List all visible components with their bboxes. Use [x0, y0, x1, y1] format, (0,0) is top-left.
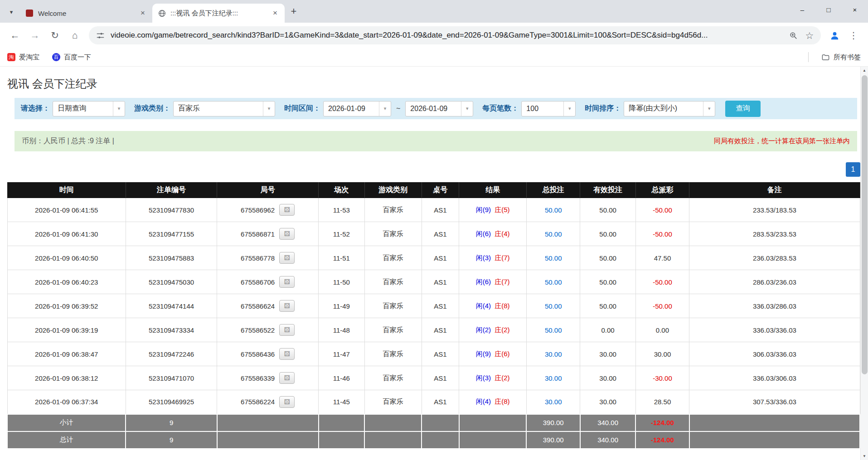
cell-total-bet[interactable]: 50.00 — [526, 222, 580, 246]
round-number: 675586522 — [241, 326, 275, 334]
scroll-down-button[interactable]: ▼ — [861, 452, 868, 460]
dice-icon: ⚄ — [284, 206, 290, 214]
result-banker: 庄(2) — [495, 374, 509, 382]
game-type-select[interactable]: 百家乐 ▾ — [173, 101, 275, 116]
table-row: 2026-01-09 06:37:34 523109469925 6755862… — [7, 390, 860, 414]
cell-bet-id: 523109469925 — [126, 390, 217, 414]
total-valid-bet: 340.00 — [580, 431, 635, 449]
cell-result: 闲(4) 庄(8) — [459, 390, 527, 414]
new-tab-button[interactable]: + — [286, 4, 301, 19]
subtotal-count: 9 — [126, 414, 217, 431]
bookmark-label: 爱淘宝 — [19, 53, 39, 62]
result-player: 闲(3) — [476, 254, 491, 261]
url-text[interactable]: videoie.com/game/betrecord_search/kind3?… — [111, 31, 783, 40]
cell-time: 2026-01-09 06:40:23 — [7, 270, 126, 294]
round-detail-button[interactable]: ⚄ — [279, 348, 295, 360]
cell-total-bet[interactable]: 50.00 — [526, 270, 580, 294]
subtotal-label: 小计 — [7, 414, 126, 431]
forward-button[interactable]: → — [25, 26, 44, 45]
cell-round: 675586522 ⚄ — [217, 318, 319, 342]
maximize-button[interactable]: □ — [815, 0, 842, 19]
browser-menu-button[interactable]: ⋮ — [844, 26, 863, 44]
cell-round: 675586339 ⚄ — [217, 366, 319, 390]
address-bar[interactable]: videoie.com/game/betrecord_search/kind3?… — [89, 26, 821, 44]
bookmark-itaobao[interactable]: 淘 爱淘宝 — [7, 53, 39, 62]
back-button[interactable]: ← — [5, 26, 24, 45]
cell-total-bet[interactable]: 30.00 — [526, 390, 580, 414]
empty-cell — [364, 431, 422, 449]
tab-bar: ▾ Welcome × :::视讯 会员下注纪录::: × + – □ × — [0, 0, 868, 23]
close-tab-icon[interactable]: × — [138, 8, 148, 18]
subtotal-row: 小计 9 390.00 340.00 -124.00 — [7, 414, 860, 431]
result-banker: 庄(4) — [495, 230, 509, 237]
cell-bet-id: 523109473334 — [126, 318, 217, 342]
tab-title: :::视讯 会员下注纪录::: — [170, 9, 266, 18]
bookmarks-divider — [808, 52, 809, 62]
cell-valid-bet: 30.00 — [580, 366, 635, 390]
result-banker: 庄(5) — [495, 206, 509, 213]
cell-payout: 28.50 — [635, 390, 689, 414]
cell-game-type: 百家乐 — [364, 294, 422, 318]
cell-result: 闲(9) 庄(5) — [459, 198, 527, 222]
close-tab-icon[interactable]: × — [270, 8, 280, 18]
cell-session: 11-49 — [319, 294, 365, 318]
subtotal-total-bet: 390.00 — [526, 414, 580, 431]
date-end-select[interactable]: 2026-01-09 ▾ — [405, 101, 473, 116]
table-row: 2026-01-09 06:41:55 523109477830 6755869… — [7, 198, 860, 222]
welcome-favicon-icon — [25, 9, 34, 17]
sort-select[interactable]: 降幂(由大到小) ▾ — [624, 101, 715, 116]
page-size-select[interactable]: 100 ▾ — [521, 101, 576, 116]
cell-note: 336.03/306.03 — [689, 366, 860, 390]
round-detail-button[interactable]: ⚄ — [279, 252, 295, 264]
cell-total-bet[interactable]: 30.00 — [526, 366, 580, 390]
refresh-button[interactable]: ↻ — [45, 26, 64, 45]
page-number-button[interactable]: 1 — [846, 162, 860, 177]
cell-time: 2026-01-09 06:37:34 — [7, 390, 126, 414]
empty-cell — [422, 431, 459, 449]
round-detail-button[interactable]: ⚄ — [279, 324, 295, 336]
query-type-select[interactable]: 日期查询 ▾ — [53, 101, 125, 116]
all-bookmarks-button[interactable]: 所有书签 — [821, 53, 861, 62]
close-window-button[interactable]: × — [842, 0, 868, 19]
select-type-label: 请选择： — [21, 104, 50, 113]
round-detail-button[interactable]: ⚄ — [279, 372, 295, 384]
round-detail-button[interactable]: ⚄ — [279, 204, 295, 216]
search-button[interactable]: 查询 — [725, 101, 761, 117]
empty-cell — [689, 414, 860, 431]
result-player: 闲(2) — [476, 326, 491, 334]
cell-total-bet[interactable]: 50.00 — [526, 198, 580, 222]
bookmark-baidu[interactable]: 百 百度一下 — [52, 53, 91, 62]
zoom-icon[interactable] — [787, 29, 799, 41]
home-button[interactable]: ⌂ — [65, 26, 84, 45]
cell-total-bet[interactable]: 50.00 — [526, 246, 580, 270]
scroll-up-button[interactable]: ▲ — [861, 67, 868, 74]
profile-avatar[interactable] — [825, 26, 844, 44]
cell-time: 2026-01-09 06:38:47 — [7, 342, 126, 366]
cell-bet-id: 523109471070 — [126, 366, 217, 390]
cell-total-bet[interactable]: 50.00 — [526, 294, 580, 318]
tab-welcome[interactable]: Welcome × — [20, 4, 152, 23]
col-header-round: 局号 — [217, 183, 319, 198]
round-detail-button[interactable]: ⚄ — [279, 396, 295, 408]
scrollbar-thumb[interactable] — [862, 75, 868, 374]
cell-bet-id: 523109475030 — [126, 270, 217, 294]
page-title: 视讯 会员下注纪录 — [7, 77, 868, 90]
result-banker: 庄(2) — [495, 326, 509, 334]
round-detail-button[interactable]: ⚄ — [279, 228, 295, 240]
browser-toolbar: ← → ↻ ⌂ videoie.com/game/betrecord_searc… — [0, 23, 868, 48]
col-header-result: 结果 — [459, 183, 527, 198]
cell-table-no: AS1 — [422, 222, 459, 246]
cell-game-type: 百家乐 — [364, 366, 422, 390]
round-detail-button[interactable]: ⚄ — [279, 276, 295, 288]
bookmark-star-icon[interactable]: ☆ — [804, 29, 815, 41]
tab-bet-records[interactable]: :::视讯 会员下注纪录::: × — [152, 4, 285, 23]
minimize-button[interactable]: – — [789, 0, 815, 19]
cell-total-bet[interactable]: 50.00 — [526, 318, 580, 342]
empty-cell — [319, 414, 365, 431]
tab-search-button[interactable]: ▾ — [5, 5, 18, 19]
cell-total-bet[interactable]: 30.00 — [526, 342, 580, 366]
cell-game-type: 百家乐 — [364, 246, 422, 270]
date-start-select[interactable]: 2026-01-09 ▾ — [323, 101, 391, 116]
site-settings-icon[interactable] — [94, 29, 106, 41]
round-detail-button[interactable]: ⚄ — [279, 300, 295, 312]
